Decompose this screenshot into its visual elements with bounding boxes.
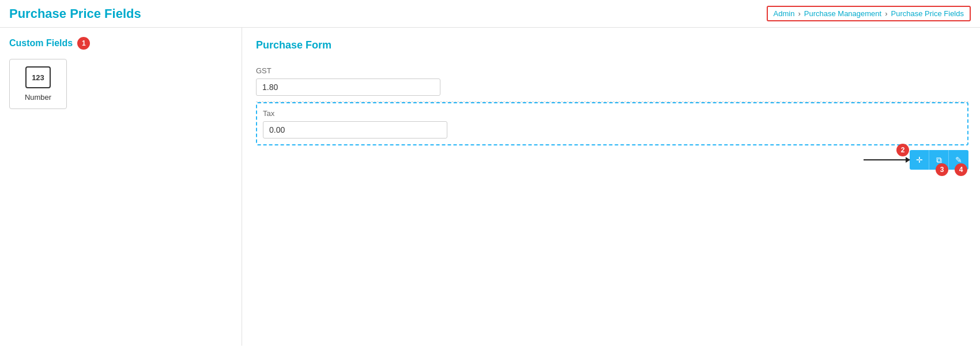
annotation-2: 2 <box>896 144 909 156</box>
tax-field-block: Tax <box>256 102 968 145</box>
gst-label: GST <box>256 66 968 75</box>
breadcrumb-current: Purchase Price Fields <box>891 9 964 18</box>
move-button[interactable]: ✛ <box>910 150 929 170</box>
annotation-3: 3 <box>936 163 948 176</box>
number-field-icon: 123 <box>25 66 51 88</box>
section-title: Purchase Form <box>256 39 968 51</box>
action-toolbar: 2 ✛ ⧉ ✎ 3 4 <box>864 150 968 170</box>
sidebar-title: Custom Fields <box>9 38 73 48</box>
breadcrumb-sep-1: › <box>798 9 800 18</box>
annotation-4: 4 <box>955 163 967 176</box>
gst-input[interactable] <box>256 78 440 96</box>
sidebar-badge: 1 <box>77 37 90 50</box>
number-field-label: Number <box>25 93 51 102</box>
header: Purchase Price Fields Admin › Purchase M… <box>0 0 980 28</box>
breadcrumb-purchase-mgmt[interactable]: Purchase Management <box>804 9 881 18</box>
main-layout: Custom Fields 1 123 Number Purchase Form… <box>0 28 980 346</box>
tax-label: Tax <box>263 109 962 118</box>
sidebar-title-row: Custom Fields 1 <box>9 37 232 50</box>
page-title: Purchase Price Fields <box>9 6 141 21</box>
breadcrumb-admin[interactable]: Admin <box>774 9 795 18</box>
breadcrumb: Admin › Purchase Management › Purchase P… <box>767 6 971 21</box>
sidebar: Custom Fields 1 123 Number <box>0 28 242 346</box>
tax-input[interactable] <box>263 121 447 139</box>
form-fields-container: GST Tax 2 ✛ ⧉ ✎ <box>256 61 968 145</box>
content-area: Purchase Form GST Tax 2 <box>242 28 980 346</box>
breadcrumb-sep-2: › <box>885 9 887 18</box>
gst-field-block: GST <box>256 61 968 102</box>
number-field-card[interactable]: 123 Number <box>9 59 67 109</box>
